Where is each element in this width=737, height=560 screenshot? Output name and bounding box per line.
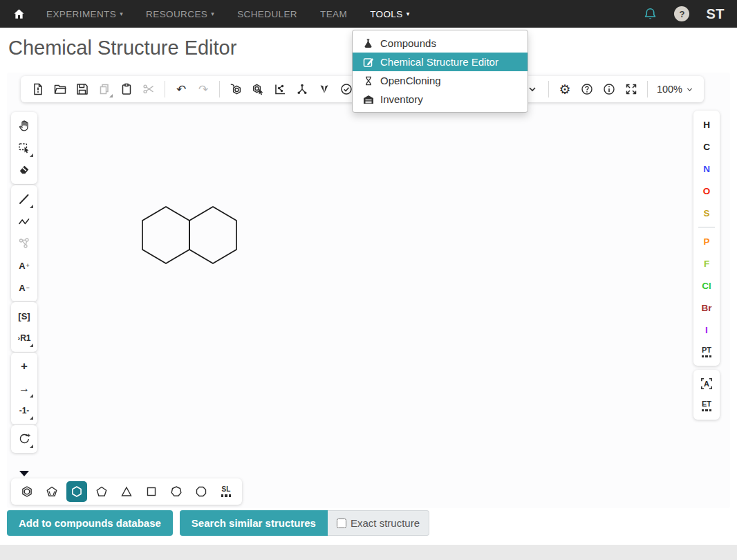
redo-button[interactable]: ↷ [194, 80, 213, 99]
toolbar-divider [219, 81, 220, 97]
menu-item-compounds[interactable]: Compounds [353, 34, 528, 53]
element-N[interactable]: N [696, 158, 717, 180]
bond-tool[interactable] [14, 189, 35, 209]
sgroup-tool[interactable]: [S] [14, 306, 35, 326]
reaction-arrow-tool[interactable]: → [14, 378, 35, 399]
menu-item-chemical-structure-editor[interactable]: Chemical Structure Editor [353, 53, 528, 71]
any-atom-button[interactable]: A [696, 373, 717, 395]
dots-icon [702, 355, 712, 358]
edit-icon [362, 57, 374, 68]
undo-button[interactable]: ↶ [172, 80, 191, 99]
nav-team[interactable]: TEAM [320, 9, 347, 19]
fused-ring-structure [142, 207, 236, 263]
more-tools-arrow[interactable] [19, 471, 29, 476]
exact-structure-label: Exact structure [351, 517, 420, 529]
transform-tools-group [11, 425, 37, 453]
element-Br[interactable]: Br [696, 297, 717, 319]
inventory-icon [362, 94, 374, 105]
element-H[interactable]: H [696, 113, 717, 136]
charge-minus-tool[interactable]: A− [14, 277, 35, 298]
open-button[interactable] [51, 80, 70, 99]
home-icon[interactable] [12, 8, 26, 21]
template-cyclopentadiene[interactable] [41, 481, 62, 502]
menu-item-opencloning[interactable]: OpenCloning [353, 71, 528, 90]
nav-experiments[interactable]: EXPERIMENTS▾ [46, 9, 123, 19]
layout-button[interactable] [271, 80, 290, 99]
nav-resources[interactable]: RESOURCES▾ [146, 9, 214, 19]
structure-library-button[interactable]: SL [216, 481, 236, 502]
stereochemistry-tool[interactable] [14, 233, 35, 254]
exact-structure-addon: Exact structure [328, 510, 429, 536]
toolbar-divider [647, 81, 648, 97]
notifications-bell-icon[interactable] [643, 7, 657, 21]
eraser-tool[interactable] [14, 160, 35, 180]
dna-icon [362, 75, 374, 86]
nav-scheduler[interactable]: SCHEDULER [237, 9, 297, 19]
template-cyclooctane[interactable] [191, 481, 212, 502]
reaction-plus-tool[interactable]: + [14, 356, 35, 377]
add-to-compounds-button[interactable]: Add to compounds database [7, 510, 173, 536]
group-tools-group: [S] › R1 [11, 302, 37, 352]
cut-button[interactable] [140, 80, 158, 99]
caret-down-icon: ▾ [407, 11, 410, 17]
toolbar-divider [548, 81, 549, 97]
about-info-icon[interactable] [599, 80, 618, 99]
dots-icon [702, 409, 712, 412]
template-cycloheptane[interactable] [166, 481, 187, 502]
template-cyclopentane[interactable] [91, 481, 112, 502]
user-avatar[interactable]: ST [706, 6, 725, 22]
element-S[interactable]: S [696, 202, 717, 224]
footer-strip [0, 545, 737, 560]
element-Cl[interactable]: Cl [696, 274, 717, 297]
copy-button[interactable] [95, 80, 114, 99]
reaction-mapping-tool[interactable]: -1- [14, 400, 35, 421]
periodic-table-button[interactable]: PT [696, 341, 717, 363]
dearomatize-button[interactable] [249, 80, 268, 99]
element-I[interactable]: I [696, 319, 717, 341]
chevron-down-icon [686, 86, 693, 93]
element-C[interactable]: C [696, 136, 717, 158]
search-similar-button[interactable]: Search similar structures [180, 510, 328, 536]
svg-text:A: A [704, 380, 709, 388]
dots-icon [221, 494, 232, 497]
tools-dropdown-menu: Compounds Chemical Structure Editor Open… [352, 30, 528, 113]
exact-structure-checkbox[interactable] [337, 519, 346, 528]
caret-down-icon: ▾ [120, 11, 123, 17]
chain-tool[interactable] [14, 211, 35, 232]
charge-plus-tool[interactable]: A+ [14, 255, 35, 276]
element-P[interactable]: P [696, 230, 717, 252]
element-O[interactable]: O [696, 180, 717, 202]
help-icon[interactable]: ? [674, 6, 689, 21]
template-cyclohexane[interactable] [66, 481, 87, 502]
fullscreen-icon[interactable] [622, 80, 640, 99]
template-cyclobutane[interactable] [141, 481, 162, 502]
aromatize-button[interactable] [227, 80, 245, 99]
paste-button[interactable] [118, 80, 136, 99]
template-benzene[interactable] [17, 481, 37, 502]
selection-tool[interactable] [14, 138, 35, 158]
extended-table-button[interactable]: ET [696, 395, 717, 417]
zoom-level-dropdown[interactable]: 100% [653, 82, 698, 96]
help-circle-icon[interactable] [577, 80, 596, 99]
search-group: Search similar structures Exact structur… [180, 510, 429, 536]
template-cyclopropane[interactable] [116, 481, 137, 502]
structure-editor: ↶ ↷ ⚙ [7, 73, 730, 508]
rgroup-tool[interactable]: › R1 [14, 328, 35, 348]
clear-canvas-button[interactable] [29, 80, 48, 99]
element-F[interactable]: F [696, 252, 717, 274]
caret-down-icon: ▾ [211, 11, 214, 17]
extended-atom-panel: A ET [693, 370, 720, 420]
nav-tools[interactable]: TOOLS▾ [370, 9, 409, 19]
clean-up-button[interactable] [293, 80, 312, 99]
settings-gear-icon[interactable]: ⚙ [555, 80, 574, 99]
rotate-tool[interactable] [14, 429, 35, 449]
element-divider [698, 227, 715, 227]
save-button[interactable] [73, 80, 92, 99]
toolbar-divider [165, 81, 165, 97]
hand-tool[interactable] [14, 115, 35, 136]
menu-item-inventory[interactable]: Inventory [353, 90, 528, 109]
molecule-canvas[interactable] [7, 73, 730, 508]
select-tools-group [11, 112, 37, 184]
top-navbar: EXPERIMENTS▾ RESOURCES▾ SCHEDULER TEAM T… [0, 0, 737, 28]
calculate-cip-button[interactable] [315, 80, 334, 99]
